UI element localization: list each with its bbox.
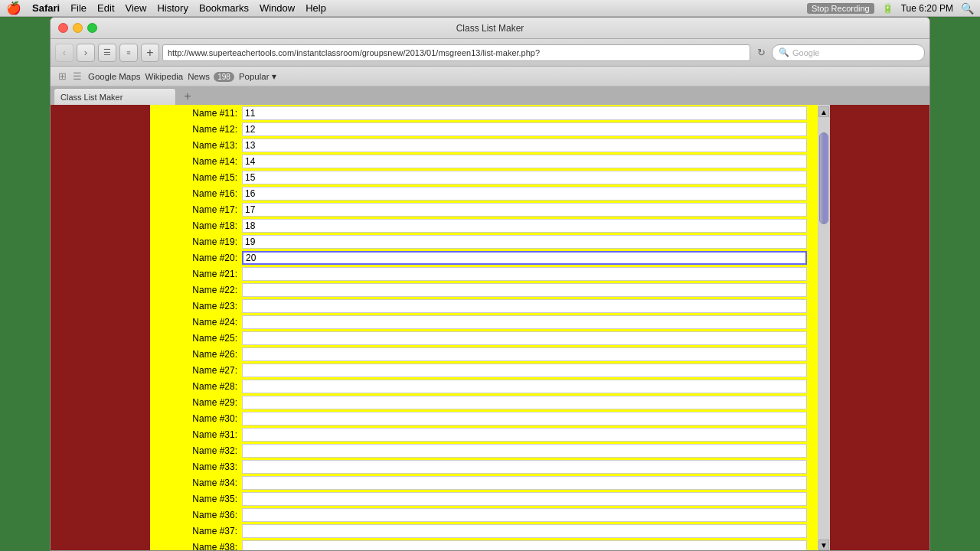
close-button[interactable]: [58, 23, 68, 33]
form-input-27[interactable]: [242, 364, 807, 377]
tab-class-list-maker[interactable]: Class List Maker: [54, 88, 176, 105]
scrollbar: ▲ ▼: [818, 105, 830, 551]
form-input-29[interactable]: [242, 396, 807, 409]
form-input-16[interactable]: [242, 187, 807, 201]
form-row-13: Name #13:: [173, 138, 807, 153]
new-tab-button[interactable]: +: [179, 88, 196, 105]
forward-button[interactable]: ›: [77, 44, 95, 62]
form-input-38[interactable]: [242, 540, 807, 551]
scrollbar-thumb[interactable]: [819, 132, 828, 224]
tab-label: Class List Maker: [60, 93, 122, 102]
form-input-14[interactable]: [242, 155, 807, 168]
form-input-15[interactable]: [242, 171, 807, 184]
form-input-20[interactable]: [242, 251, 807, 265]
tabs-bar: Class List Maker +: [51, 86, 929, 105]
form-input-11[interactable]: [242, 106, 807, 120]
form-label-37: Name #37:: [173, 526, 242, 536]
address-bar[interactable]: http://www.superteachertools.com/instant…: [162, 44, 750, 61]
history-button[interactable]: ☰: [98, 44, 116, 62]
search-icon[interactable]: 🔍: [961, 2, 974, 15]
form-input-13[interactable]: [242, 139, 807, 152]
search-bar[interactable]: 🔍 Google: [772, 44, 925, 61]
form-label-15: Name #15:: [173, 172, 242, 183]
form-row-17: Name #17:: [173, 202, 807, 217]
reader-button[interactable]: ≡: [119, 44, 138, 62]
menu-window[interactable]: Window: [260, 2, 295, 14]
menu-view[interactable]: View: [126, 2, 147, 14]
form-input-36[interactable]: [242, 508, 807, 522]
form-label-21: Name #21:: [173, 269, 242, 279]
form-row-31: Name #31:: [173, 427, 807, 442]
battery-icon: 🔋: [882, 3, 893, 14]
bookmarks-icon[interactable]: ⊞: [58, 70, 67, 82]
form-input-37[interactable]: [242, 524, 807, 538]
back-button[interactable]: ‹: [55, 44, 74, 62]
maximize-button[interactable]: [87, 23, 97, 33]
bookmark-popular[interactable]: Popular ▾: [239, 71, 276, 82]
form-row-27: Name #27:: [173, 363, 807, 378]
form-input-30[interactable]: [242, 412, 807, 425]
form-input-35[interactable]: [242, 492, 807, 506]
bg-right: [930, 17, 980, 551]
form-input-12[interactable]: [242, 122, 807, 136]
form-input-19[interactable]: [242, 235, 807, 249]
form-row-33: Name #33:: [173, 459, 807, 474]
form-row-32: Name #32:: [173, 443, 807, 458]
form-label-16: Name #16:: [173, 188, 242, 199]
form-label-24: Name #24:: [173, 317, 242, 328]
bookmark-wikipedia[interactable]: Wikipedia: [145, 72, 183, 81]
form-input-28[interactable]: [242, 380, 807, 393]
stop-recording-button[interactable]: Stop Recording: [807, 3, 874, 14]
bookmark-news[interactable]: News 198: [188, 72, 234, 81]
right-sidebar: [830, 105, 929, 551]
form-row-12: Name #12:: [173, 122, 807, 137]
minimize-button[interactable]: [73, 23, 83, 33]
form-input-26[interactable]: [242, 347, 807, 361]
form-label-12: Name #12:: [173, 124, 242, 135]
form-input-33[interactable]: [242, 460, 807, 474]
form-row-25: Name #25:: [173, 331, 807, 346]
form-label-31: Name #31:: [173, 429, 242, 440]
form-row-26: Name #26:: [173, 347, 807, 362]
traffic-lights: [58, 23, 97, 33]
form-row-38: Name #38:: [173, 540, 807, 551]
form-input-34[interactable]: [242, 476, 807, 490]
menu-safari[interactable]: Safari: [32, 2, 60, 14]
form-label-30: Name #30:: [173, 413, 242, 424]
scrollbar-down-button[interactable]: ▼: [818, 540, 829, 550]
form-label-29: Name #29:: [173, 397, 242, 408]
menu-bookmarks[interactable]: Bookmarks: [199, 2, 249, 14]
menu-history[interactable]: History: [157, 2, 188, 14]
form-input-25[interactable]: [242, 331, 807, 345]
bookmarks-bar: ⊞ ☰ Google Maps Wikipedia News 198 Popul…: [51, 67, 929, 86]
menu-file[interactable]: File: [70, 2, 87, 14]
form-label-36: Name #36:: [173, 510, 242, 520]
search-icon: 🔍: [779, 47, 789, 57]
news-badge: 198: [214, 72, 234, 82]
form-input-23[interactable]: [242, 299, 807, 313]
form-row-19: Name #19:: [173, 234, 807, 249]
reload-button[interactable]: ↻: [753, 45, 769, 60]
reading-list-icon[interactable]: ☰: [73, 70, 82, 82]
form-label-28: Name #28:: [173, 381, 242, 392]
title-bar: Class List Maker: [51, 18, 929, 39]
form-input-17[interactable]: [242, 203, 807, 217]
menu-edit[interactable]: Edit: [97, 2, 114, 14]
main-area: Name #11:Name #12:Name #13:Name #14:Name…: [150, 105, 830, 551]
form-input-32[interactable]: [242, 444, 807, 458]
form-row-14: Name #14:: [173, 154, 807, 169]
scrollbar-up-button[interactable]: ▲: [818, 106, 829, 117]
form-row-21: Name #21:: [173, 266, 807, 282]
bg-left: [0, 17, 50, 551]
window-title: Class List Maker: [456, 23, 524, 34]
apple-menu[interactable]: 🍎: [6, 1, 21, 15]
add-bookmark-button[interactable]: +: [141, 44, 159, 62]
form-input-24[interactable]: [242, 315, 807, 329]
bookmark-google-maps[interactable]: Google Maps: [88, 72, 140, 81]
form-label-20: Name #20:: [173, 253, 242, 263]
menu-help[interactable]: Help: [305, 2, 326, 14]
form-input-31[interactable]: [242, 428, 807, 442]
form-input-18[interactable]: [242, 219, 807, 233]
form-input-22[interactable]: [242, 283, 807, 297]
form-input-21[interactable]: [242, 267, 807, 281]
